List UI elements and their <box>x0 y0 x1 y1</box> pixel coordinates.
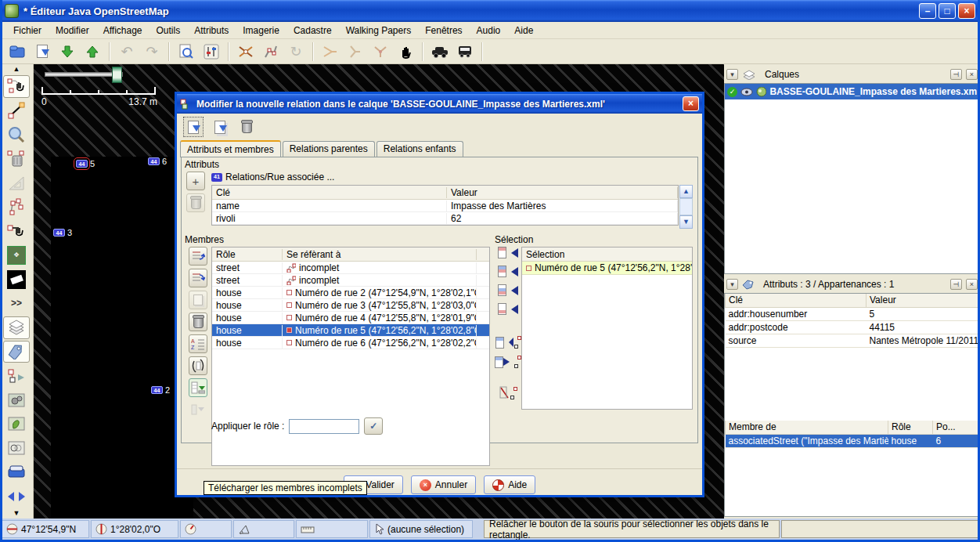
tag-row[interactable]: source Nantes Métropole 11/2011 <box>726 334 979 347</box>
add-selection-above-button[interactable] <box>498 266 518 277</box>
add-selection-bottom-button[interactable] <box>498 303 518 315</box>
col-key[interactable]: Clé <box>212 187 447 198</box>
toggle-validator-panel-button[interactable] <box>3 461 30 483</box>
tab-attributes-members[interactable]: Attributs et membres <box>180 140 281 157</box>
panel-close-icon[interactable]: × <box>966 279 978 290</box>
refresh-button[interactable]: ↻ <box>285 42 307 62</box>
menu-attributs[interactable]: Attributs <box>187 23 236 38</box>
map-node-2[interactable]: 44 2 <box>151 385 170 395</box>
panel-close-icon[interactable]: × <box>966 69 978 80</box>
bus-preset-button[interactable] <box>454 42 476 62</box>
menu-aide[interactable]: Aide <box>507 23 540 38</box>
menu-audio[interactable]: Audio <box>470 23 508 38</box>
close-button[interactable]: × <box>958 3 975 19</box>
col-value[interactable]: Valeur <box>447 187 678 198</box>
membership-row[interactable]: associatedStreet ("Impasse des Martières… <box>726 434 979 447</box>
new-layer-button[interactable] <box>6 42 28 62</box>
apply-changes-button[interactable] <box>183 117 204 137</box>
selection-row[interactable]: Numéro de rue 5 (47°12'56,2"N, 1°28'02… <box>522 262 692 275</box>
map-node-3[interactable]: 44 3 <box>53 228 72 237</box>
copy-members-button[interactable] <box>189 291 207 309</box>
remove-members-from-selection-button[interactable] <box>499 386 517 399</box>
minimize-button[interactable]: – <box>919 3 936 19</box>
create-multipath-tool-button[interactable] <box>3 196 30 219</box>
reverse-order-button[interactable] <box>189 356 207 375</box>
move-member-up-button[interactable] <box>189 247 207 266</box>
zoom-slider-handle[interactable] <box>112 67 122 83</box>
relation-tag-row[interactable]: rivoli 62 <box>212 212 678 225</box>
pan-map-tool-button[interactable]: ✥ <box>3 244 30 266</box>
download-data-button[interactable] <box>31 42 53 62</box>
scroll-up-icon[interactable]: ▲ <box>679 185 693 198</box>
download-arrow-button[interactable] <box>56 42 78 62</box>
measure-tool-button[interactable] <box>3 172 30 194</box>
map-node-6[interactable]: 44 6 <box>148 157 167 166</box>
cancel-button[interactable]: ×Annuler <box>411 475 476 494</box>
help-button[interactable]: Aide <box>484 475 535 494</box>
panel-menu-icon[interactable]: ▾ <box>726 69 738 80</box>
col-selection[interactable]: Sélection <box>522 249 692 260</box>
join-node-way-button[interactable] <box>344 42 366 62</box>
undo-button[interactable]: ↶ <box>116 42 138 62</box>
zoom-tool-button[interactable] <box>3 124 30 146</box>
download-incomplete-members-button[interactable] <box>189 378 207 397</box>
membership-col-role[interactable]: Rôle <box>888 421 933 434</box>
toggle-conflicts-panel-button[interactable] <box>3 413 30 435</box>
col-role[interactable]: Rôle <box>212 249 283 260</box>
member-row[interactable]: house Numéro de rue 2 (47°12'54,9"N, 1°2… <box>212 287 489 299</box>
dialog-close-button[interactable]: × <box>683 96 699 111</box>
add-tag-button[interactable]: + <box>186 172 205 190</box>
draw-node-tool-button[interactable] <box>3 99 30 122</box>
select-members-in-selection-button[interactable] <box>495 356 521 368</box>
layer-row[interactable]: ✓ BASSE-GOULAINE_Impasse des Martieres.x… <box>725 84 979 99</box>
relation-tag-row[interactable]: name Impasse des Martières <box>212 200 678 212</box>
menu-affichage[interactable]: Affichage <box>96 23 150 38</box>
toggle-properties-panel-button[interactable] <box>3 341 30 363</box>
col-refers-to[interactable]: Se réfèrant à <box>283 249 477 260</box>
add-selection-below-button[interactable] <box>498 284 518 296</box>
apply-role-confirm-button[interactable]: ✓ <box>364 417 383 435</box>
search-button[interactable] <box>175 42 197 62</box>
member-row[interactable]: house Numéro de rue 4 (47°12'55,8"N, 1°2… <box>212 312 489 324</box>
layer-visible-eye-icon[interactable] <box>740 88 753 96</box>
remove-member-button[interactable] <box>189 313 207 331</box>
panel-stick-icon[interactable]: ⊣ <box>950 69 962 80</box>
member-row-selected[interactable]: house Numéro de rue 5 (47°12'56,2"N, 1°2… <box>212 324 489 337</box>
toolbar-scroll-down-icon[interactable]: ▼ <box>3 508 30 519</box>
menu-walking-papers[interactable]: Walking Papers <box>339 23 419 38</box>
menu-fichier[interactable]: Fichier <box>6 23 49 38</box>
member-row[interactable]: street incomplet <box>212 274 489 287</box>
tags-col-value[interactable]: Valeur <box>867 294 979 307</box>
tag-row[interactable]: addr:postcode 44115 <box>726 320 979 334</box>
tags-scrollbar[interactable]: ▲ ▼ <box>679 185 693 229</box>
more-tools-button[interactable]: >> <box>3 292 30 315</box>
menu-cadastre[interactable]: Cadastre <box>286 23 339 38</box>
menu-outils[interactable]: Outils <box>150 23 188 38</box>
apply-role-input[interactable] <box>289 419 359 434</box>
duplicate-relation-button[interactable] <box>210 117 230 137</box>
unglue-button[interactable] <box>369 42 391 62</box>
member-row[interactable]: house Numéro de rue 3 (47°12'55,8"N, 1°2… <box>212 299 489 312</box>
merge-nodes-button[interactable] <box>319 42 341 62</box>
toolbar-scroll-up-icon[interactable]: ▲ <box>3 64 30 74</box>
toggle-conflict-resolve-button[interactable] <box>3 485 30 508</box>
car-preset-button[interactable] <box>429 42 451 62</box>
membership-col-position[interactable]: Po... <box>933 421 979 434</box>
tab-child-relations[interactable]: Relations enfants <box>377 141 463 157</box>
member-row[interactable]: street incomplet <box>212 262 489 274</box>
select-members-button[interactable] <box>495 336 521 349</box>
tags-col-key[interactable]: Clé <box>726 294 867 307</box>
hand-tool-button[interactable] <box>395 42 416 62</box>
menu-fenetres[interactable]: Fenêtres <box>418 23 469 38</box>
menu-imagerie[interactable]: Imagerie <box>236 23 286 38</box>
delete-relation-button[interactable] <box>236 117 257 137</box>
map-node-5[interactable]: 44 5 <box>76 159 95 168</box>
upload-arrow-button[interactable] <box>81 42 103 62</box>
add-selection-top-button[interactable] <box>498 247 518 258</box>
menu-modifier[interactable]: Modifier <box>49 23 96 38</box>
preset-row[interactable]: 41 Relations/Rue associée ... <box>211 171 334 183</box>
move-member-down-button[interactable] <box>189 269 207 287</box>
toggle-layers-panel-button[interactable] <box>3 316 30 339</box>
split-way-button[interactable] <box>235 42 257 62</box>
toggle-relations-panel-button[interactable] <box>3 364 30 387</box>
